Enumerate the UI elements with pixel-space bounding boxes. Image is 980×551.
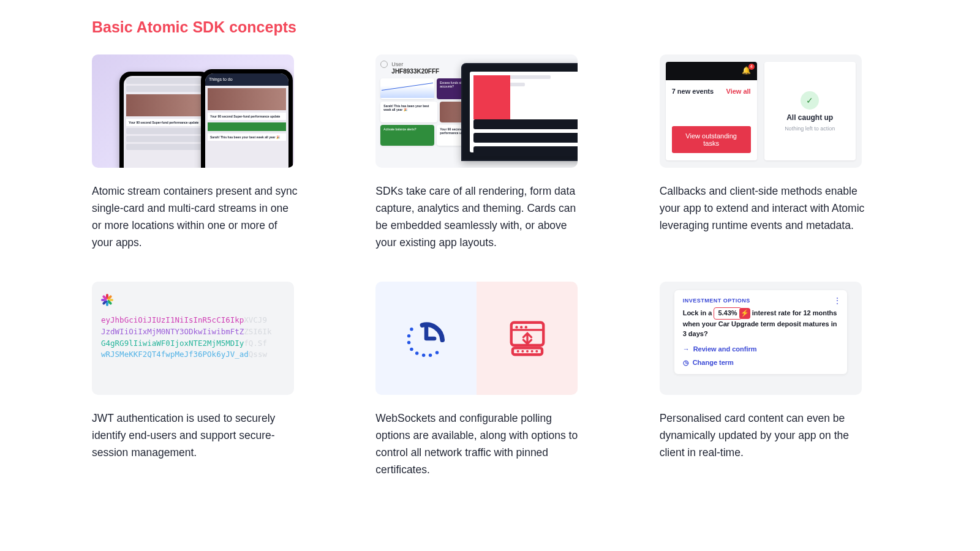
svg-point-2: [407, 340, 410, 343]
concept-desc: JWT authentication is used to securely i…: [92, 410, 300, 461]
new-events-label: 7 new events: [672, 88, 714, 95]
caught-up-title: All caught up: [786, 113, 833, 122]
svg-point-5: [422, 353, 425, 356]
svg-point-11: [524, 326, 527, 328]
polling-clock-icon: [405, 317, 448, 360]
card-heading: INVESTMENT OPTIONS: [683, 298, 839, 304]
mini-green-card: Activate balance alerts?: [380, 125, 434, 146]
concept-callbacks: 🔔 4 7 new events View all View outstandi…: [660, 54, 888, 251]
svg-point-18: [535, 350, 538, 352]
jwt-token-line: wRJSMeKKF2QT4fwpMeJf36POk6yJV_adQssw: [101, 349, 285, 361]
user-avatar-icon: [380, 61, 388, 68]
svg-point-14: [517, 350, 519, 352]
svg-point-7: [435, 351, 439, 354]
clock-icon: ◷: [683, 359, 689, 367]
concept-desc: Atomic stream containers present and syn…: [92, 182, 300, 251]
jwt-token-line: JzdWIiOiIxMjM0NTY3ODkwIiwibmFtZZSI6Ik: [101, 326, 285, 338]
concept-desc: WebSockets and configurable polling opti…: [375, 410, 584, 478]
svg-point-3: [410, 347, 413, 350]
events-panel: 🔔 4 7 new events View all View outstandi…: [666, 62, 757, 160]
phone-mockup-multi-card: Things to do Your 90 second Super-fund p…: [201, 69, 293, 168]
change-term-action[interactable]: ◷Change term: [683, 359, 839, 367]
svg-point-1: [407, 334, 410, 337]
investment-card: INVESTMENT OPTIONS ⋮ Lock in a 5.43%⚡ in…: [674, 290, 847, 374]
view-outstanding-button[interactable]: View outstanding tasks: [672, 126, 751, 153]
svg-point-0: [410, 327, 413, 330]
svg-point-9: [515, 326, 518, 328]
concept-stream-containers: Your 90 second Super-fund performance up…: [92, 54, 320, 251]
concept-websockets: WebSockets and configurable polling opti…: [375, 282, 604, 478]
concept-jwt: eyJhbGciOiJIUzI1NiIsInR5cCI6IkpXVCJ9 Jzd…: [92, 282, 320, 478]
phone-mockup-single-card: Your 90 second Super-fund performance up…: [119, 72, 211, 168]
certificate-server-icon: [506, 317, 549, 360]
thumb-rendering: User JHF8933K20FFF Excess funds sitting …: [375, 54, 578, 168]
concept-personalised: INVESTMENT OPTIONS ⋮ Lock in a 5.43%⚡ in…: [660, 282, 888, 478]
jwt-logo-icon: [101, 294, 113, 306]
card-body: Lock in a 5.43%⚡ interest rate for 12 mo…: [683, 307, 839, 339]
caught-up-sub: Nothing left to action: [785, 126, 835, 132]
rate-chip: 5.43%: [714, 307, 741, 320]
review-confirm-action[interactable]: →Review and confirm: [683, 345, 839, 353]
concept-desc: SDKs take care of all rendering, form da…: [375, 182, 584, 251]
concept-desc: Callbacks and client-side methods enable…: [660, 182, 868, 234]
bell-badge: 4: [748, 64, 755, 70]
concept-rendering: User JHF8933K20FFF Excess funds sitting …: [375, 54, 604, 251]
mini-text-card: Sarah! This has been your best week all …: [380, 102, 437, 122]
arrow-right-icon: →: [683, 345, 690, 353]
jwt-token-line: G4gRG9lIiwiaWF0IjoxNTE2MjM5MDIyfQ.Sf: [101, 338, 285, 350]
svg-point-17: [531, 350, 533, 352]
page-title: Basic Atomic SDK concepts: [92, 18, 888, 36]
green-card: [208, 122, 286, 131]
caught-up-panel: ✓ All caught up Nothing left to action: [764, 62, 856, 160]
svg-point-16: [526, 350, 529, 352]
svg-point-10: [520, 326, 522, 328]
thumb-callbacks: 🔔 4 7 new events View all View outstandi…: [660, 54, 862, 168]
jwt-token-line: eyJhbGciOiJIUzI1NiIsInR5cCI6IkpXVCJ9: [101, 315, 285, 326]
concepts-grid: Your 90 second Super-fund performance up…: [92, 54, 888, 478]
check-icon: ✓: [801, 91, 819, 110]
svg-point-15: [521, 350, 524, 352]
laptop-mockup: [461, 63, 578, 161]
svg-point-4: [415, 351, 418, 354]
concept-desc: Personalised card content can even be dy…: [660, 410, 868, 461]
thumb-jwt: eyJhbGciOiJIUzI1NiIsInR5cCI6IkpXVCJ9 Jzd…: [92, 282, 294, 395]
more-icon[interactable]: ⋮: [834, 296, 841, 305]
thumb-personalised: INVESTMENT OPTIONS ⋮ Lock in a 5.43%⚡ in…: [660, 282, 862, 395]
mini-chart-card: [380, 78, 434, 99]
bell-icon: 🔔 4: [742, 66, 751, 75]
thumb-websockets: [375, 282, 578, 395]
view-all-link[interactable]: View all: [726, 88, 751, 95]
thumb-stream-containers: Your 90 second Super-fund performance up…: [92, 54, 294, 168]
svg-point-6: [429, 353, 432, 356]
